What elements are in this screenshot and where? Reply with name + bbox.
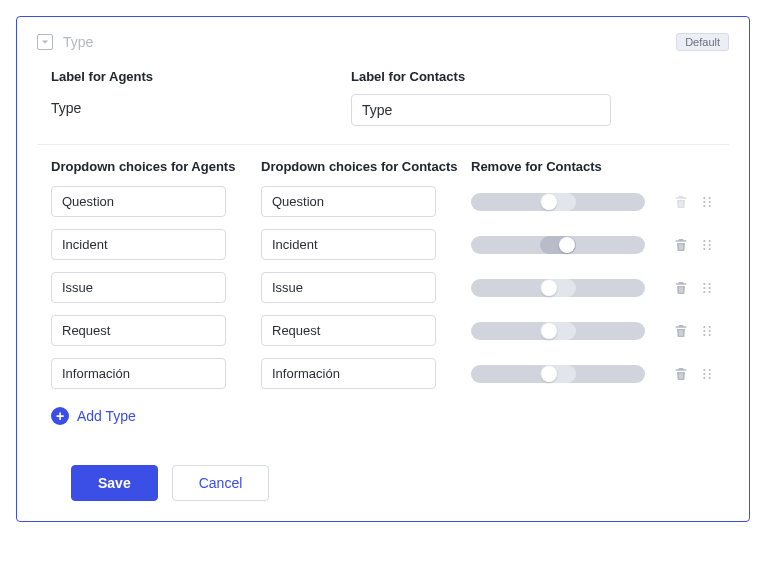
choices-agents-heading: Dropdown choices for Agents	[51, 159, 261, 174]
label-agents-heading: Label for Agents	[51, 69, 311, 84]
dropdown-field-icon	[37, 34, 53, 50]
svg-point-28	[709, 372, 711, 374]
footer-actions: Save Cancel	[37, 443, 729, 501]
choice-contact-input[interactable]	[261, 186, 436, 217]
trash-icon[interactable]	[673, 280, 689, 296]
choice-contact-input[interactable]	[261, 315, 436, 346]
save-button[interactable]: Save	[71, 465, 158, 501]
choice-contact-input[interactable]	[261, 272, 436, 303]
choice-row	[51, 186, 715, 217]
cancel-button[interactable]: Cancel	[172, 465, 270, 501]
choice-agent-input[interactable]	[51, 229, 226, 260]
svg-point-12	[703, 282, 705, 284]
svg-point-1	[703, 200, 705, 202]
choice-row	[51, 272, 715, 303]
trash-icon[interactable]	[673, 323, 689, 339]
section-divider	[37, 144, 729, 145]
choice-contact-cell	[261, 229, 471, 260]
svg-point-17	[709, 290, 711, 292]
choice-agent-cell	[51, 229, 261, 260]
svg-point-0	[703, 196, 705, 198]
svg-point-22	[709, 329, 711, 331]
svg-point-27	[709, 368, 711, 370]
remove-for-contacts-toggle[interactable]	[540, 365, 576, 383]
svg-point-21	[709, 325, 711, 327]
label-agents-col: Label for Agents Type	[51, 69, 311, 126]
remove-for-contacts-toggle[interactable]	[540, 193, 576, 211]
drag-handle-icon[interactable]	[699, 237, 715, 253]
add-type-label: Add Type	[77, 408, 136, 424]
choice-toggle-cell	[471, 322, 645, 340]
drag-handle-icon[interactable]	[699, 323, 715, 339]
choice-row	[51, 229, 715, 260]
svg-point-11	[709, 247, 711, 249]
choice-actions-cell	[645, 323, 715, 339]
drag-handle-icon[interactable]	[699, 366, 715, 382]
svg-point-8	[703, 247, 705, 249]
svg-point-26	[703, 376, 705, 378]
choice-actions-cell	[645, 237, 715, 253]
drag-handle-icon[interactable]	[699, 194, 715, 210]
remove-for-contacts-toggle[interactable]	[540, 236, 576, 254]
trash-icon[interactable]	[673, 237, 689, 253]
choice-rows-container	[37, 186, 729, 389]
choice-toggle-cell	[471, 279, 645, 297]
plus-icon: +	[51, 407, 69, 425]
drag-handle-icon[interactable]	[699, 280, 715, 296]
choice-contact-input[interactable]	[261, 358, 436, 389]
svg-point-24	[703, 368, 705, 370]
label-contacts-col: Label for Contacts	[351, 69, 611, 126]
panel-title-text: Type	[63, 34, 93, 50]
panel-header: Type Default	[37, 33, 729, 51]
svg-point-29	[709, 376, 711, 378]
choice-agent-input[interactable]	[51, 186, 226, 217]
choices-contacts-heading: Dropdown choices for Contacts	[261, 159, 471, 174]
choice-contact-cell	[261, 315, 471, 346]
label-contacts-heading: Label for Contacts	[351, 69, 611, 84]
remove-for-contacts-toggle[interactable]	[540, 322, 576, 340]
choice-agent-cell	[51, 358, 261, 389]
field-config-panel: Type Default Label for Agents Type Label…	[16, 16, 750, 522]
choice-agent-cell	[51, 315, 261, 346]
choice-agent-input[interactable]	[51, 315, 226, 346]
svg-point-10	[709, 243, 711, 245]
panel-title: Type	[37, 34, 93, 50]
choice-actions-cell	[645, 194, 715, 210]
svg-point-6	[703, 239, 705, 241]
choice-contact-cell	[261, 186, 471, 217]
choice-row	[51, 315, 715, 346]
choices-header-row: Dropdown choices for Agents Dropdown cho…	[37, 159, 729, 174]
choice-contact-cell	[261, 358, 471, 389]
default-badge: Default	[676, 33, 729, 51]
choice-agent-input[interactable]	[51, 358, 226, 389]
choice-contact-input[interactable]	[261, 229, 436, 260]
svg-point-19	[703, 329, 705, 331]
choice-actions-cell	[645, 280, 715, 296]
add-type-button[interactable]: + Add Type	[37, 401, 150, 425]
choice-actions-cell	[645, 366, 715, 382]
svg-point-13	[703, 286, 705, 288]
choice-contact-cell	[261, 272, 471, 303]
svg-point-20	[703, 333, 705, 335]
choice-toggle-cell	[471, 365, 645, 383]
trash-icon[interactable]	[673, 366, 689, 382]
svg-point-2	[703, 204, 705, 206]
choice-row	[51, 358, 715, 389]
choice-agent-cell	[51, 272, 261, 303]
svg-point-5	[709, 204, 711, 206]
svg-point-23	[709, 333, 711, 335]
choices-remove-heading: Remove for Contacts	[471, 159, 715, 174]
label-section: Label for Agents Type Label for Contacts	[37, 69, 729, 142]
choice-agent-cell	[51, 186, 261, 217]
label-contacts-input[interactable]	[351, 94, 611, 126]
svg-point-3	[709, 196, 711, 198]
choice-toggle-cell	[471, 236, 645, 254]
svg-point-9	[709, 239, 711, 241]
remove-for-contacts-toggle[interactable]	[540, 279, 576, 297]
svg-point-14	[703, 290, 705, 292]
label-agents-value: Type	[51, 94, 311, 122]
svg-point-18	[703, 325, 705, 327]
svg-point-25	[703, 372, 705, 374]
choice-toggle-cell	[471, 193, 645, 211]
choice-agent-input[interactable]	[51, 272, 226, 303]
